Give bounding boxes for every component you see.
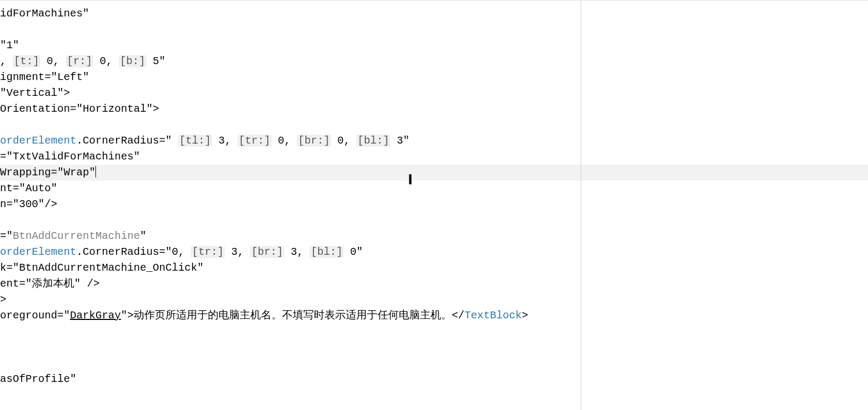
code-line: asOfProfile": [0, 371, 868, 387]
code-line: ignment="Left": [0, 69, 868, 85]
code-editor-panel[interactable]: idForMachines" "1" , [t:] 0, [r:] 0, [b:…: [0, 0, 868, 410]
inline-hint: [r:]: [66, 55, 93, 67]
code-line: idForMachines": [0, 6, 868, 22]
code-line: Orientation="Horizontal">: [0, 101, 868, 117]
code-line: k="BtnAddCurrentMachine_OnClick": [0, 260, 868, 276]
code-text: asOfProfile": [0, 373, 76, 385]
code-text: Wrapping=: [0, 166, 57, 179]
unused-identifier: BtnAddCurrentMachine: [13, 230, 140, 242]
code-text: =": [0, 230, 13, 242]
code-line: [0, 22, 868, 38]
inline-hint: [b:]: [119, 55, 146, 67]
code-text: idForMachines": [0, 7, 89, 20]
color-reference[interactable]: DarkGray: [70, 309, 121, 322]
code-text: nt="Auto": [0, 182, 57, 194]
code-text: 3,: [225, 246, 250, 258]
code-text: 3,: [212, 135, 238, 147]
code-line: "1": [0, 38, 868, 54]
xaml-element: orderElement: [0, 246, 76, 258]
code-text: 0,: [331, 135, 356, 147]
xaml-element: TextBlock: [464, 309, 522, 322]
code-text: 0,: [93, 55, 119, 67]
code-text: "Wrap": [57, 166, 95, 179]
text-caret: [95, 166, 96, 177]
inline-hint: [t:]: [13, 55, 40, 67]
code-text: 0": [344, 246, 363, 258]
code-line: orderElement.CornerRadius="0, [tr:] 3, […: [0, 244, 868, 260]
inline-hint: [br:]: [297, 135, 331, 147]
code-line: [0, 355, 868, 371]
code-text: >: [0, 293, 6, 306]
code-line: ="BtnAddCurrentMachine": [0, 228, 868, 244]
code-text: ="TxtValidForMachines": [0, 150, 140, 163]
code-text: .CornerRadius=": [76, 135, 178, 147]
code-line: orderElement.CornerRadius=" [tl:] 3, [tr…: [0, 133, 868, 149]
code-text: Orientation="Horizontal">: [0, 103, 159, 115]
code-text: ent="添加本机" />: [0, 278, 100, 290]
code-line: >: [0, 292, 868, 308]
code-line: oreground="DarkGray">动作页所适用于的电脑主机名。不填写时表…: [0, 308, 868, 324]
inline-hint: [tl:]: [178, 135, 212, 147]
inline-hint: [bl:]: [310, 246, 344, 258]
code-text: .CornerRadius="0,: [76, 246, 191, 258]
code-line: , [t:] 0, [r:] 0, [b:] 5": [0, 54, 868, 69]
xaml-element: orderElement: [0, 135, 76, 147]
code-line: n="300"/>: [0, 197, 868, 212]
code-line: [0, 324, 868, 340]
code-line-active[interactable]: Wrapping="Wrap": [0, 165, 868, 181]
inline-hint: [tr:]: [238, 135, 271, 147]
inline-hint: [bl:]: [356, 135, 390, 147]
code-text: 0,: [271, 135, 297, 147]
code-text: ": [140, 230, 146, 242]
code-text: "1": [0, 39, 19, 51]
code-text: n="300"/>: [0, 198, 57, 210]
editor-column-guide: [581, 1, 581, 410]
inline-hint: [tr:]: [191, 246, 225, 258]
code-line: ="TxtValidForMachines": [0, 149, 868, 165]
code-text: "Vertical">: [0, 87, 70, 99]
code-line: [0, 340, 868, 355]
code-text: 3,: [284, 246, 310, 258]
code-line: ent="添加本机" />: [0, 276, 868, 292]
code-text: 5": [146, 55, 165, 67]
code-text: k="BtnAddCurrentMachine_OnClick": [0, 262, 204, 274]
code-text: ignment="Left": [0, 71, 89, 83]
code-text: ,: [0, 55, 13, 67]
code-line: "Vertical">: [0, 85, 868, 101]
code-text: 0,: [40, 55, 66, 67]
code-text: >: [522, 309, 528, 322]
code-text: oreground=": [0, 309, 70, 322]
code-text: 3": [390, 135, 409, 147]
code-line: [0, 117, 868, 133]
code-text: ">动作页所适用于的电脑主机名。不填写时表示适用于任何电脑主机。</: [121, 309, 464, 322]
inline-hint: [br:]: [250, 246, 284, 258]
code-line: nt="Auto": [0, 181, 868, 197]
code-line: [0, 212, 868, 228]
